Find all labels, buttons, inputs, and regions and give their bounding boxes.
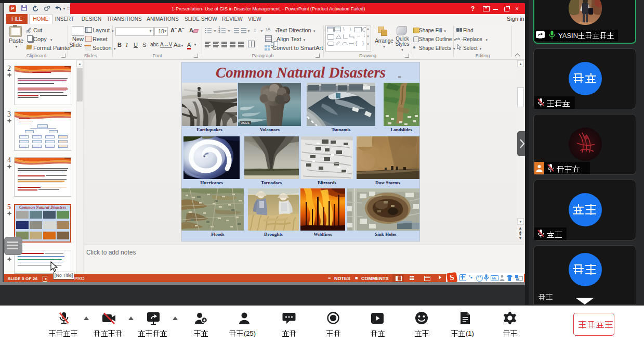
svg-text:USGS: USGS [241,121,249,124]
